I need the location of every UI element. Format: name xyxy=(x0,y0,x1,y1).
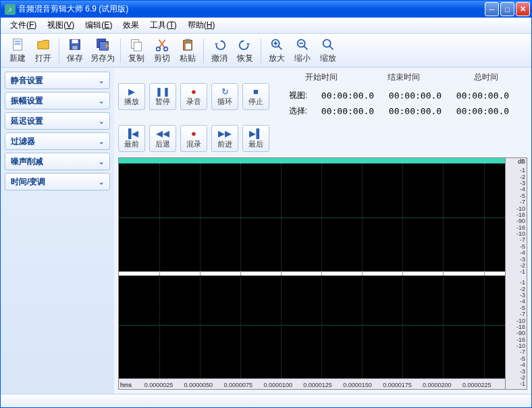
svg-rect-2 xyxy=(14,43,20,45)
db-tick: -1 xyxy=(520,380,525,387)
sidebar-item-5[interactable]: 时间/变调⌄ xyxy=(5,173,110,190)
menu-帮助[interactable]: 帮助(H) xyxy=(182,18,221,33)
sidebar: 静音设置⌄振幅设置⌄延迟设置⌄过滤器⌄噪声削减⌄时间/变调⌄ xyxy=(1,68,114,394)
sidebar-item-2[interactable]: 延迟设置⌄ xyxy=(5,112,110,130)
zoomin-button[interactable]: 放大 xyxy=(264,36,290,66)
ruler-unit: hms xyxy=(120,382,132,388)
redo-icon xyxy=(238,37,252,52)
menu-工具[interactable]: 工具(T) xyxy=(144,18,182,33)
time-ruler: hms 0.00000250.00000500.00000750.0000100… xyxy=(119,378,505,389)
waveform-canvas[interactable]: hms 0.00000250.00000500.00000750.0000100… xyxy=(119,158,505,389)
play-icon: ▶ xyxy=(128,86,135,97)
time-row: 选择:00:00:00.000:00:00.000:00:00.0 xyxy=(280,105,527,117)
menu-编辑[interactable]: 编辑(E) xyxy=(80,18,117,33)
time-value: 00:00:00.0 xyxy=(314,106,381,116)
loop-icon: ↻ xyxy=(221,86,229,97)
svg-rect-15 xyxy=(185,39,190,41)
copy-icon xyxy=(129,37,144,52)
time-value: 00:00:00.0 xyxy=(449,106,516,116)
back-icon: ◀◀ xyxy=(156,128,169,139)
copy-button[interactable]: 复制 xyxy=(124,36,149,66)
time-value: 00:00:00.0 xyxy=(381,91,449,101)
menu-效果[interactable]: 效果 xyxy=(117,18,144,33)
chevron-down-icon: ⌄ xyxy=(99,77,104,84)
ruler-tick: 0.0000200 xyxy=(423,382,452,388)
ruler-tick: 0.0000025 xyxy=(144,382,174,388)
pause-button[interactable]: ❚❚暂停 xyxy=(149,83,176,110)
mix-icon: ● xyxy=(191,128,196,139)
undo-button[interactable]: 撤消 xyxy=(207,36,232,66)
redo-button[interactable]: 恢复 xyxy=(232,36,258,66)
first-button[interactable]: ▐◀最前 xyxy=(118,125,145,152)
paste-icon xyxy=(180,37,195,52)
forward-button[interactable]: ▶▶前进 xyxy=(211,125,238,152)
undo-icon xyxy=(212,37,227,52)
back-button[interactable]: ◀◀后退 xyxy=(149,125,176,152)
ruler-tick: 0.0000100 xyxy=(263,382,292,388)
saveas-button[interactable]: 另存为 xyxy=(88,36,117,66)
pause-icon: ❚❚ xyxy=(155,86,170,97)
save-button[interactable]: 保存 xyxy=(62,36,88,66)
disk2-icon xyxy=(95,37,110,52)
sidebar-item-0[interactable]: 静音设置⌄ xyxy=(5,72,110,89)
cut-icon xyxy=(155,37,169,52)
mix-button[interactable]: ●混录 xyxy=(180,125,207,152)
statusbar xyxy=(1,394,531,407)
chevron-down-icon: ⌄ xyxy=(99,97,104,105)
record-icon: ● xyxy=(191,86,196,97)
svg-rect-1 xyxy=(14,41,20,42)
file-icon xyxy=(10,37,25,52)
close-button[interactable]: ✕ xyxy=(516,2,530,16)
last-icon: ▶▌ xyxy=(249,128,262,139)
time-value: 00:00:00.0 xyxy=(381,106,449,116)
chevron-down-icon: ⌄ xyxy=(99,158,104,165)
menu-文件[interactable]: 文件(F) xyxy=(5,18,42,33)
play-button[interactable]: ▶播放 xyxy=(118,83,145,110)
open-button[interactable]: 打开 xyxy=(30,36,56,66)
titlebar: ♪ 音频混音剪辑大师 6.9 (试用版) ─ □ ✕ xyxy=(1,1,531,18)
loop-button[interactable]: ↻循环 xyxy=(211,83,238,110)
new-button[interactable]: 新建 xyxy=(5,36,30,66)
svg-rect-4 xyxy=(72,39,78,43)
first-icon: ▐◀ xyxy=(125,128,138,139)
ruler-tick: 0.0000050 xyxy=(184,382,213,388)
chevron-down-icon: ⌄ xyxy=(99,178,104,186)
last-button[interactable]: ▶▌最后 xyxy=(242,125,269,152)
time-header: 总时间 xyxy=(452,72,520,83)
forward-icon: ▶▶ xyxy=(218,128,232,139)
waveform-area[interactable]: hms 0.00000250.00000500.00000750.0000100… xyxy=(118,157,527,390)
menu-视图[interactable]: 视图(V) xyxy=(42,18,80,33)
zoomout-button[interactable]: 缩小 xyxy=(290,36,315,66)
svg-line-22 xyxy=(304,45,308,49)
svg-line-18 xyxy=(278,45,282,49)
time-header: 开始时间 xyxy=(288,72,355,83)
ruler-tick: 0.0000225 xyxy=(462,382,491,388)
zfit-icon xyxy=(321,37,336,52)
svg-point-12 xyxy=(157,47,161,51)
zin-icon xyxy=(269,37,284,52)
db-tick: -1 xyxy=(520,268,525,275)
sidebar-item-4[interactable]: 噪声削减⌄ xyxy=(5,153,110,170)
time-header: 结束时间 xyxy=(370,72,437,83)
sidebar-item-1[interactable]: 振幅设置⌄ xyxy=(5,92,110,109)
svg-rect-9 xyxy=(134,42,141,51)
ruler-tick: 0.0000175 xyxy=(383,382,412,388)
stop-button[interactable]: ■停止 xyxy=(242,83,269,110)
svg-rect-5 xyxy=(72,45,77,49)
stop-icon: ■ xyxy=(253,86,259,97)
chevron-down-icon: ⌄ xyxy=(99,118,104,125)
ruler-tick: 0.0000075 xyxy=(223,382,252,388)
paste-button[interactable]: 粘贴 xyxy=(175,36,201,66)
ruler-tick: 0.0000150 xyxy=(343,382,372,388)
maximize-button[interactable]: □ xyxy=(500,2,514,16)
disk-icon xyxy=(68,37,82,52)
zout-icon xyxy=(295,37,310,52)
record-button[interactable]: ●录音 xyxy=(180,83,207,110)
zoomfit-button[interactable]: 缩放 xyxy=(315,36,341,66)
cut-button[interactable]: 剪切 xyxy=(149,36,175,66)
db-scale: dB -1-1-2-2-3-3-4-4-5-5-7-7-10-10-16-16-… xyxy=(505,158,527,389)
folder-icon xyxy=(36,37,51,52)
sidebar-item-3[interactable]: 过滤器⌄ xyxy=(5,132,110,150)
minimize-button[interactable]: ─ xyxy=(485,2,499,16)
svg-point-13 xyxy=(164,47,168,51)
